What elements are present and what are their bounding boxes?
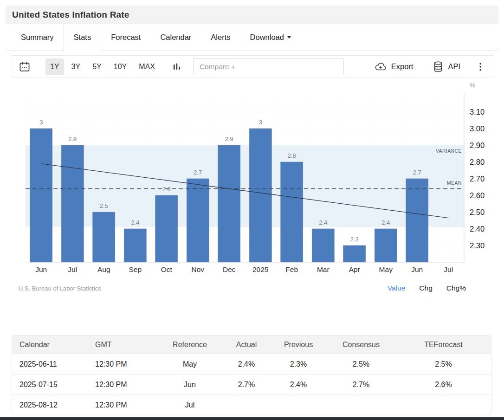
inflation-rate-page: United States Inflation Rate Summary Sta… [0,0,504,420]
bar-value-label: 2.5 [100,202,108,209]
bar-value-label: 2.7 [194,169,202,176]
toggle-chg[interactable]: Chg [419,284,432,292]
x-tick-label: Jun [35,265,47,273]
y-tick-label: 3.00 [470,124,485,133]
toggle-chgpct[interactable]: Chg% [446,284,466,292]
range-3y[interactable]: 3Y [67,58,85,75]
tab-download-label: Download [250,33,284,42]
table-row: 2025-07-15 12:30 PM Jun 2.7% 2.4% 2.7% 2… [12,375,491,395]
bar-value-label: 2.6 [162,186,171,193]
table-row: 2025-06-11 12:30 PM May 2.4% 2.3% 2.5% 2… [12,354,491,375]
range-5y[interactable]: 5Y [88,58,106,75]
chart-toolbar: 1Y 3Y 5Y 10Y MAX Export [12,55,493,78]
cell-consensus: 2.7% [326,375,396,395]
x-tick-label: Jun [411,265,423,273]
x-tick-label: May [379,265,393,273]
col-actual: Actual [222,336,271,354]
bar-Jul[interactable] [61,145,84,262]
calendar-icon[interactable] [19,61,31,73]
api-label: API [448,62,460,71]
cell-gmt: 12:30 PM [88,375,157,395]
x-tick-label: Apr [349,265,360,273]
y-tick-label: 2.60 [470,191,485,200]
calendar-table-card: Calendar GMT Reference Actual Previous C… [12,335,491,415]
x-tick-label: Mar [317,265,330,273]
caret-down-icon [287,36,291,39]
bar-Apr[interactable] [343,246,366,262]
col-teforecast: TEForecast [396,336,491,354]
bar-value-label: 2.4 [131,219,139,226]
x-tick-label: Nov [191,265,204,273]
bar-2025[interactable] [249,129,271,262]
bar-Jun[interactable] [406,179,428,262]
bar-Dec[interactable] [218,145,240,262]
variance-band [26,145,464,227]
bar-May[interactable] [375,229,397,262]
footer-divider-bar [0,417,504,420]
col-gmt: GMT [88,336,157,354]
series-toggles: Value Chg Chg% [388,284,466,292]
chart-footer: U.S. Bureau of Labor Statistics Value Ch… [19,281,495,295]
cell-date: 2025-07-15 [12,375,88,395]
export-button[interactable]: Export [374,61,414,72]
bar-Feb[interactable] [281,162,303,262]
y-tick-label: 2.90 [470,141,485,149]
database-icon [433,61,444,73]
cell-date: 2025-08-12 [12,395,88,415]
kebab-icon[interactable] [476,62,485,72]
cell-teforecast: 2.5% [396,354,491,375]
cell-teforecast [396,395,491,415]
bar-value-label: 3 [259,119,262,126]
cloud-export-icon [374,61,387,72]
bar-Aug[interactable] [93,212,115,262]
bar-value-label: 2.4 [381,219,390,226]
api-button[interactable]: API [433,61,460,73]
range-max[interactable]: MAX [134,58,160,75]
compare-input[interactable] [193,58,344,75]
cell-previous: 2.3% [271,354,326,375]
title-band: United States Inflation Rate [6,6,498,24]
cell-actual [222,395,271,415]
cell-actual: 2.4% [222,354,271,375]
cell-date: 2025-06-11 [12,354,88,375]
bar-value-label: 2.8 [288,152,296,159]
chart-area: 32.92.52.42.62.72.932.82.42.32.42.7%3.10… [9,79,495,283]
tab-alerts[interactable]: Alerts [201,24,240,51]
cell-reference: May [157,354,222,375]
y-tick-label: 2.40 [470,225,485,233]
cell-gmt: 12:30 PM [88,354,157,375]
bar-Sep[interactable] [124,229,146,262]
range-10y[interactable]: 10Y [109,58,131,75]
x-tick-label: Jul [68,265,77,273]
tab-calendar[interactable]: Calendar [150,24,201,51]
y-tick-label: 3.10 [470,108,485,116]
bar-Mar[interactable] [312,229,334,262]
cell-actual: 2.7% [222,375,271,395]
column-chart-icon[interactable] [172,62,182,72]
y-axis-unit: % [470,82,475,89]
x-tick-label: Sep [129,265,142,273]
tab-bar-filler [301,24,498,51]
tab-bar-edge [6,24,11,51]
cell-gmt: 12:30 PM [88,395,157,415]
tab-download[interactable]: Download [240,24,301,51]
inflation-chart: 32.92.52.42.62.72.932.82.42.32.42.7%3.10… [9,79,495,283]
x-tick-label: Oct [161,265,173,273]
bar-value-label: 2.4 [319,219,327,226]
export-label: Export [391,62,414,71]
x-tick-label: Feb [285,265,298,273]
x-tick-label: Jul [444,265,453,273]
range-1y[interactable]: 1Y [45,58,64,75]
col-reference: Reference [157,336,222,354]
tab-stats[interactable]: Stats [64,24,102,51]
tab-forecast[interactable]: Forecast [101,24,150,51]
page-title: United States Inflation Rate [12,10,129,20]
cell-consensus [326,395,396,415]
tab-summary[interactable]: Summary [11,24,64,51]
bar-Oct[interactable] [155,195,178,262]
variance-label: VARIANCE [436,148,462,154]
bar-Nov[interactable] [187,179,209,262]
bar-Jun[interactable] [30,129,52,262]
mean-label: MEAN [447,180,462,186]
toggle-value[interactable]: Value [388,284,406,292]
